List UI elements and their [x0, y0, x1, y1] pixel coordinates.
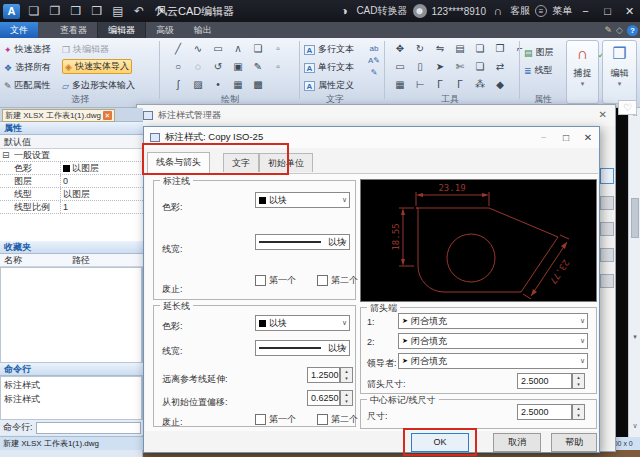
- document-tab[interactable]: 新建 XLSX 工作表1(1).dwg ✕: [2, 109, 115, 122]
- ext-color-select[interactable]: 以块 ∨: [255, 315, 350, 331]
- quick-entity-import-button[interactable]: ◈ 快速实体导入: [62, 59, 132, 74]
- match-properties-button[interactable]: ✎ 匹配属性: [4, 78, 51, 93]
- tool-icon[interactable]: ❏: [472, 43, 488, 54]
- manager-button-stub[interactable]: [600, 196, 614, 210]
- tool-icon[interactable]: Γ: [432, 79, 448, 90]
- ext-extend-spinner[interactable]: ▴ ▾: [340, 367, 353, 383]
- leader-select[interactable]: ➤ 闭合填充 ∨: [398, 353, 588, 369]
- dim-suppress-second-checkbox[interactable]: 第二个: [317, 274, 358, 287]
- tool-icon[interactable]: ▯: [412, 61, 428, 72]
- favorites-list[interactable]: [0, 267, 142, 363]
- collapse-icon[interactable]: ⊟: [2, 149, 10, 162]
- tool-icon[interactable]: ✄: [452, 61, 468, 72]
- customer-service-label[interactable]: 客服: [510, 4, 530, 18]
- customer-service-icon[interactable]: ∩: [491, 4, 505, 18]
- tab-file[interactable]: 文件: [0, 22, 38, 38]
- arrow-second-select[interactable]: ➤ 闭合填充 ∨: [398, 333, 588, 349]
- arrow-first-select[interactable]: ➤ 闭合填充 ∨: [398, 313, 588, 329]
- draw-tool-icon[interactable]: ▣: [230, 61, 246, 72]
- manager-title-bar[interactable]: 标注样式管理器 ✕: [137, 105, 615, 126]
- property-row-linetype[interactable]: 线型 以图层: [0, 188, 143, 201]
- document-tab-close-icon[interactable]: ✕: [103, 111, 112, 120]
- tab-editor[interactable]: 编辑器: [97, 22, 146, 38]
- draw-tool-icon[interactable]: ∿: [190, 43, 206, 54]
- scroll-thumb[interactable]: [631, 198, 639, 238]
- text-tool-icon[interactable]: A✎: [366, 56, 382, 65]
- draw-tool-icon[interactable]: ʃ: [170, 79, 186, 90]
- tool-icon[interactable]: ➤: [432, 61, 448, 72]
- tool-icon[interactable]: ⇋: [432, 43, 448, 54]
- draw-tool-icon[interactable]: ▫: [270, 61, 286, 72]
- ext-offset-input[interactable]: 0.6250: [307, 390, 340, 406]
- minimize-button[interactable]: −: [577, 5, 594, 17]
- cancel-button[interactable]: 取消: [493, 433, 541, 452]
- draw-tool-icon[interactable]: ◌: [190, 61, 206, 72]
- linetype-button[interactable]: ≣ 线型: [524, 64, 553, 77]
- ok-button[interactable]: OK: [411, 433, 469, 452]
- scroll-down-arrow[interactable]: ∨: [629, 422, 640, 430]
- tab-primary-units[interactable]: 初始单位: [259, 153, 313, 172]
- favorites-col-name[interactable]: 名称: [4, 254, 22, 267]
- undo-icon[interactable]: ↶: [132, 4, 146, 18]
- manager-button-stub[interactable]: [600, 274, 614, 288]
- draw-tool-icon[interactable]: ʌ: [230, 43, 246, 54]
- arrow-size-input[interactable]: 2.5000: [517, 373, 572, 389]
- draw-tool-icon[interactable]: ▦: [230, 79, 246, 90]
- draw-tool-icon[interactable]: ↺: [210, 61, 226, 72]
- tool-icon[interactable]: Γ: [452, 79, 468, 90]
- command-input[interactable]: [36, 422, 141, 434]
- command-history[interactable]: 标注样式 标注样式: [0, 376, 142, 420]
- draw-tool-icon[interactable]: ▫: [270, 43, 286, 54]
- dim-color-select[interactable]: 以块 ∨: [255, 192, 350, 208]
- help-icon[interactable]: ?: [627, 25, 638, 36]
- tool-icon[interactable]: ▦: [392, 79, 408, 90]
- property-row-ltscale[interactable]: 线型比例 1: [0, 201, 143, 214]
- spin-up-icon[interactable]: ▴: [345, 368, 348, 374]
- tool-icon[interactable]: ❐: [492, 43, 508, 54]
- tab-lines-arrows[interactable]: 线条与箭头: [147, 152, 210, 173]
- ext-offset-spinner[interactable]: ▴ ▾: [340, 390, 353, 406]
- user-avatar[interactable]: ☻: [413, 4, 427, 18]
- spin-up-icon[interactable]: ▴: [577, 405, 580, 411]
- dim-suppress-first-checkbox[interactable]: 第一个: [255, 274, 296, 287]
- draw-tool-icon[interactable]: ❏: [250, 43, 266, 54]
- dialog-title-bar[interactable]: 标注样式: Copy ISO-25 − □ ✕: [144, 127, 599, 148]
- polygon-entity-input-button[interactable]: ▱ 多边形实体输入: [62, 78, 135, 93]
- ext-extend-input[interactable]: 1.2500: [307, 367, 340, 383]
- default-value-row[interactable]: 默认值: [0, 135, 143, 149]
- draw-tool-icon[interactable]: •: [210, 79, 226, 90]
- quick-select-button[interactable]: ✦ 快速选择: [4, 42, 51, 57]
- snap-button[interactable]: ∩✓ 捕捉 ▾: [566, 40, 599, 104]
- close-button[interactable]: ✕: [621, 5, 638, 18]
- open-file-icon[interactable]: ❐: [48, 4, 62, 18]
- vertical-scrollbar[interactable]: ∧ ▾ ∨: [628, 108, 640, 437]
- draw-tool-icon[interactable]: ○: [170, 61, 186, 72]
- spin-up-icon[interactable]: ▴: [345, 391, 348, 397]
- arrow-size-spinner[interactable]: ▴ ▾: [572, 373, 585, 389]
- tool-icon[interactable]: ❏: [472, 61, 488, 72]
- menu-label[interactable]: 菜单: [552, 4, 572, 18]
- tab-text[interactable]: 文字: [223, 153, 259, 172]
- favorites-col-path[interactable]: 路径: [72, 254, 90, 267]
- dialog-maximize-button[interactable]: □: [555, 127, 577, 148]
- help-button[interactable]: 帮助: [551, 433, 597, 452]
- ext-suppress-first-checkbox[interactable]: 第一个: [255, 413, 296, 426]
- tab-output[interactable]: 输出: [184, 22, 222, 38]
- draw-tool-icon[interactable]: ▭: [210, 43, 226, 54]
- quick-style-icon[interactable]: ✎: [605, 25, 613, 35]
- spin-down-icon[interactable]: ▾: [345, 375, 348, 381]
- block-editor-button[interactable]: ❐ 块编辑器: [62, 42, 109, 57]
- tool-icon[interactable]: ✥: [392, 43, 408, 54]
- edit-button[interactable]: ❐ 编辑 ▾: [602, 40, 637, 104]
- tool-icon[interactable]: ◆: [492, 79, 508, 90]
- property-row-color[interactable]: 色彩 以图层: [0, 162, 143, 175]
- spin-down-icon[interactable]: ▾: [577, 381, 580, 387]
- manager-close-icon[interactable]: ✕: [599, 109, 607, 120]
- spin-down-icon[interactable]: ▾: [577, 412, 580, 418]
- tool-icon[interactable]: ↻: [412, 43, 428, 54]
- save-as-icon[interactable]: ❒: [90, 4, 104, 18]
- options-icon[interactable]: ◇: [616, 25, 623, 35]
- ext-suppress-second-checkbox[interactable]: 第二个: [317, 413, 358, 426]
- attribute-define-button[interactable]: A 属性定义: [304, 79, 354, 92]
- tool-icon[interactable]: ▤: [452, 43, 468, 54]
